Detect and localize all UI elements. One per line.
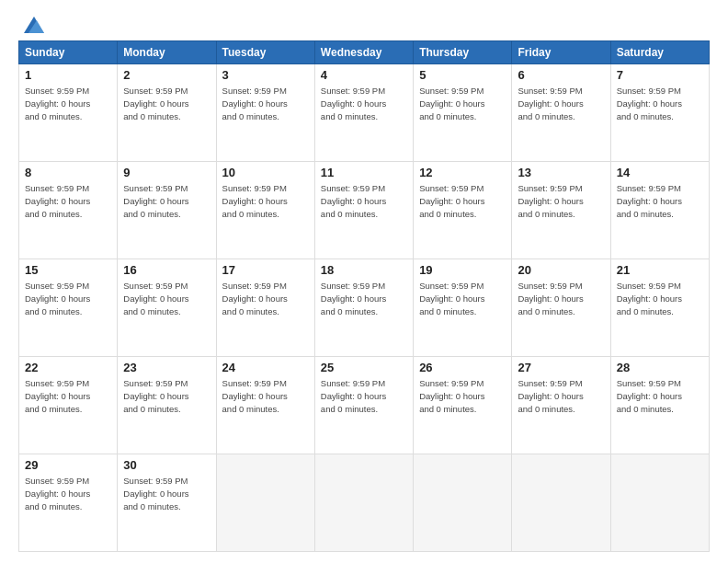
- day-info: Sunset: 9:59 PM Daylight: 0 hours and 0 …: [123, 475, 210, 512]
- day-cell: [414, 454, 512, 552]
- day-cell: [512, 454, 610, 552]
- day-number: 28: [617, 361, 703, 374]
- col-header-friday: Friday: [512, 41, 610, 64]
- day-number: 1: [25, 68, 111, 82]
- day-cell: 9Sunset: 9:59 PM Daylight: 0 hours and 0…: [118, 162, 216, 259]
- week-row-3: 15Sunset: 9:59 PM Daylight: 0 hours and …: [19, 259, 710, 357]
- day-info: Sunset: 9:59 PM Daylight: 0 hours and 0 …: [123, 85, 210, 122]
- day-number: 14: [617, 166, 703, 179]
- day-info: Sunset: 9:59 PM Daylight: 0 hours and 0 …: [419, 182, 506, 220]
- day-info: Sunset: 9:59 PM Daylight: 0 hours and 0 …: [617, 182, 703, 220]
- day-number: 5: [419, 68, 506, 82]
- day-info: Sunset: 9:59 PM Daylight: 0 hours and 0 …: [222, 377, 309, 415]
- day-cell: 30Sunset: 9:59 PM Daylight: 0 hours and …: [118, 454, 216, 552]
- day-number: 18: [321, 263, 407, 277]
- day-number: 25: [321, 361, 407, 374]
- day-info: Sunset: 9:59 PM Daylight: 0 hours and 0 …: [419, 280, 506, 317]
- day-cell: [314, 454, 413, 552]
- col-header-thursday: Thursday: [414, 41, 512, 64]
- day-cell: 21Sunset: 9:59 PM Daylight: 0 hours and …: [610, 259, 709, 357]
- day-info: Sunset: 9:59 PM Daylight: 0 hours and 0 …: [123, 182, 210, 220]
- day-info: Sunset: 9:59 PM Daylight: 0 hours and 0 …: [518, 280, 604, 317]
- day-info: Sunset: 9:59 PM Daylight: 0 hours and 0 …: [222, 280, 309, 317]
- day-cell: 2Sunset: 9:59 PM Daylight: 0 hours and 0…: [118, 64, 216, 162]
- day-cell: 12Sunset: 9:59 PM Daylight: 0 hours and …: [414, 162, 512, 259]
- day-number: 23: [123, 361, 210, 374]
- day-cell: 28Sunset: 9:59 PM Daylight: 0 hours and …: [610, 357, 709, 454]
- day-cell: 15Sunset: 9:59 PM Daylight: 0 hours and …: [19, 259, 118, 357]
- day-cell: 23Sunset: 9:59 PM Daylight: 0 hours and …: [118, 357, 216, 454]
- day-cell: 7Sunset: 9:59 PM Daylight: 0 hours and 0…: [610, 64, 709, 162]
- col-header-tuesday: Tuesday: [216, 41, 314, 64]
- day-cell: 14Sunset: 9:59 PM Daylight: 0 hours and …: [610, 162, 709, 259]
- day-cell: 24Sunset: 9:59 PM Daylight: 0 hours and …: [216, 357, 314, 454]
- day-info: Sunset: 9:59 PM Daylight: 0 hours and 0 …: [222, 182, 309, 220]
- day-number: 9: [123, 166, 210, 179]
- day-info: Sunset: 9:59 PM Daylight: 0 hours and 0 …: [419, 377, 506, 415]
- day-cell: 6Sunset: 9:59 PM Daylight: 0 hours and 0…: [512, 64, 610, 162]
- day-info: Sunset: 9:59 PM Daylight: 0 hours and 0 …: [617, 377, 703, 415]
- day-info: Sunset: 9:59 PM Daylight: 0 hours and 0 …: [617, 85, 703, 122]
- week-row-1: 1Sunset: 9:59 PM Daylight: 0 hours and 0…: [19, 64, 710, 162]
- day-cell: [610, 454, 709, 552]
- day-info: Sunset: 9:59 PM Daylight: 0 hours and 0 …: [518, 377, 604, 415]
- day-info: Sunset: 9:59 PM Daylight: 0 hours and 0 …: [321, 377, 407, 415]
- day-number: 20: [518, 263, 604, 277]
- day-number: 4: [321, 68, 407, 82]
- day-info: Sunset: 9:59 PM Daylight: 0 hours and 0 …: [518, 182, 604, 220]
- day-cell: 13Sunset: 9:59 PM Daylight: 0 hours and …: [512, 162, 610, 259]
- day-info: Sunset: 9:59 PM Daylight: 0 hours and 0 …: [321, 182, 407, 220]
- day-cell: 19Sunset: 9:59 PM Daylight: 0 hours and …: [414, 259, 512, 357]
- top-section: [18, 17, 710, 33]
- day-number: 7: [617, 68, 703, 82]
- day-info: Sunset: 9:59 PM Daylight: 0 hours and 0 …: [321, 280, 407, 317]
- day-cell: 26Sunset: 9:59 PM Daylight: 0 hours and …: [414, 357, 512, 454]
- day-info: Sunset: 9:59 PM Daylight: 0 hours and 0 …: [617, 280, 703, 317]
- day-number: 22: [25, 361, 111, 374]
- day-cell: 1Sunset: 9:59 PM Daylight: 0 hours and 0…: [19, 64, 118, 162]
- day-cell: 20Sunset: 9:59 PM Daylight: 0 hours and …: [512, 259, 610, 357]
- day-number: 27: [518, 361, 604, 374]
- day-info: Sunset: 9:59 PM Daylight: 0 hours and 0 …: [25, 475, 111, 512]
- day-cell: [216, 454, 314, 552]
- day-number: 19: [419, 263, 506, 277]
- day-number: 15: [25, 263, 111, 277]
- calendar-table: SundayMondayTuesdayWednesdayThursdayFrid…: [18, 40, 710, 552]
- logo: [18, 17, 48, 33]
- day-number: 2: [123, 68, 210, 82]
- day-info: Sunset: 9:59 PM Daylight: 0 hours and 0 …: [25, 85, 111, 122]
- day-cell: 8Sunset: 9:59 PM Daylight: 0 hours and 0…: [19, 162, 118, 259]
- page: SundayMondayTuesdayWednesdayThursdayFrid…: [0, 0, 728, 563]
- day-info: Sunset: 9:59 PM Daylight: 0 hours and 0 …: [123, 280, 210, 317]
- day-cell: 25Sunset: 9:59 PM Daylight: 0 hours and …: [314, 357, 413, 454]
- day-number: 30: [123, 458, 210, 472]
- day-cell: 11Sunset: 9:59 PM Daylight: 0 hours and …: [314, 162, 413, 259]
- day-number: 29: [25, 458, 111, 472]
- day-info: Sunset: 9:59 PM Daylight: 0 hours and 0 …: [419, 85, 506, 122]
- day-cell: 10Sunset: 9:59 PM Daylight: 0 hours and …: [216, 162, 314, 259]
- day-cell: 4Sunset: 9:59 PM Daylight: 0 hours and 0…: [314, 64, 413, 162]
- day-number: 26: [419, 361, 506, 374]
- day-info: Sunset: 9:59 PM Daylight: 0 hours and 0 …: [222, 85, 309, 122]
- day-cell: 17Sunset: 9:59 PM Daylight: 0 hours and …: [216, 259, 314, 357]
- day-info: Sunset: 9:59 PM Daylight: 0 hours and 0 …: [25, 280, 111, 317]
- day-number: 10: [222, 166, 309, 179]
- week-row-5: 29Sunset: 9:59 PM Daylight: 0 hours and …: [19, 454, 710, 552]
- col-header-wednesday: Wednesday: [314, 41, 413, 64]
- day-cell: 5Sunset: 9:59 PM Daylight: 0 hours and 0…: [414, 64, 512, 162]
- day-info: Sunset: 9:59 PM Daylight: 0 hours and 0 …: [518, 85, 604, 122]
- day-number: 13: [518, 166, 604, 179]
- day-number: 11: [321, 166, 407, 179]
- col-header-monday: Monday: [118, 41, 216, 64]
- day-number: 17: [222, 263, 309, 277]
- day-number: 8: [25, 166, 111, 179]
- day-number: 24: [222, 361, 309, 374]
- day-cell: 22Sunset: 9:59 PM Daylight: 0 hours and …: [19, 357, 118, 454]
- day-number: 3: [222, 68, 309, 82]
- day-number: 16: [123, 263, 210, 277]
- week-row-4: 22Sunset: 9:59 PM Daylight: 0 hours and …: [19, 357, 710, 454]
- day-number: 21: [617, 263, 703, 277]
- logo-icon: [24, 17, 44, 33]
- day-cell: 16Sunset: 9:59 PM Daylight: 0 hours and …: [118, 259, 216, 357]
- day-info: Sunset: 9:59 PM Daylight: 0 hours and 0 …: [25, 182, 111, 220]
